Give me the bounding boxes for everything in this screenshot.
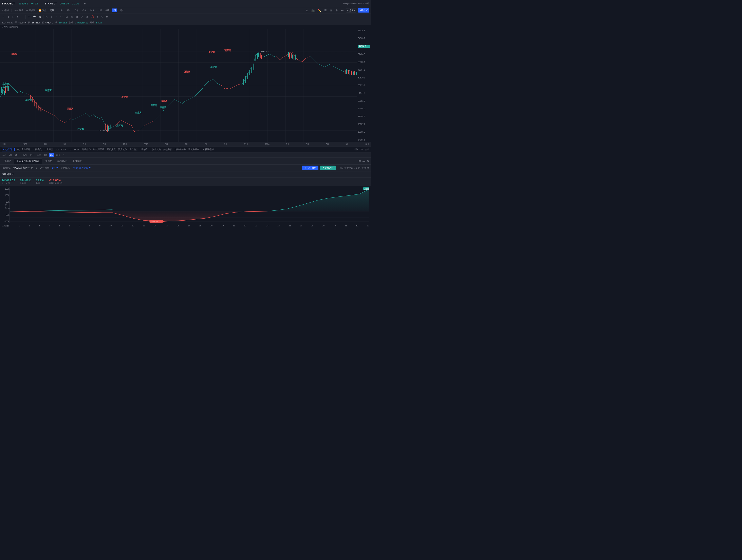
edit-icon[interactable]: ✏️ [317,8,322,12]
cursor-tool[interactable]: ⊙ [2,15,5,19]
bt-t21: 21 [233,225,235,227]
filter-tool[interactable]: ▽ [100,15,104,19]
main-chart[interactable]: 73787.1 ← 顶背离 底背离底背离 底背离 底背离 顶背离 底背离 顶背离… [0,29,371,142]
settings-icon[interactable]: ⚙ [335,8,339,12]
close-panel-btn[interactable]: ✕ [367,160,369,163]
period2-5m[interactable]: 5分 [8,153,13,157]
more-tools[interactable]: ··· [20,15,24,19]
add-symbol-btn[interactable]: + [84,2,86,5]
pencil-tool[interactable]: ✎ [45,15,49,19]
period-1d[interactable]: 1日 [112,8,117,12]
ind-td[interactable]: TD [68,149,71,151]
fibonacci-tool[interactable]: ◎ [65,15,68,19]
btc-symbol[interactable]: BTC/USDT [2,2,15,5]
ind-period-select[interactable]: 1天 ▼ [52,166,58,169]
ind-ma[interactable]: MA [55,149,59,151]
locate-btn[interactable]: ⊕ 定位到... [2,148,14,152]
analysis-btn[interactable]: ≡ 分析 ▾ [346,8,357,12]
ind-spot-basis[interactable]: 现货基差率 [188,148,199,151]
bt-t33: 33 [367,225,369,227]
strat-tab-ai-analysis[interactable]: 小AI分析 [70,159,84,164]
period-5m[interactable]: 5分 [65,8,71,12]
period-4h[interactable]: 4时 [105,8,110,12]
more-icon[interactable]: ⊞ [329,8,333,12]
kline-analysis-btn[interactable]: K线分析 [358,8,369,12]
period2-week[interactable]: 周K [55,153,61,157]
bt-t15: 15 [165,225,168,227]
period2-1m[interactable]: 1分 [2,153,7,157]
percent-toggle[interactable]: % [361,148,363,151]
strat-tab-ai-grid[interactable]: AI 网格 [42,159,55,164]
period2-hm[interactable]: 时分 [29,153,35,157]
template-icon[interactable]: ☰ [323,8,327,12]
ind-chip[interactable]: 筹码分布 [82,148,91,151]
line-tool[interactable]: ≡ [16,15,19,19]
win-rate-stat: 69.7% 胜率 [36,179,44,185]
eth-symbol[interactable]: ETH/USDT [45,2,57,5]
period-15m[interactable]: 15分 [72,8,79,12]
ind-ema[interactable]: EMA [61,149,66,151]
ind-boll[interactable]: BOLL [74,149,80,151]
expand-panel-btn[interactable]: ⊞ [359,160,361,163]
svg-rect-29 [2,89,3,94]
strat-tab-dca[interactable]: 现货DCA [55,159,69,164]
period-week[interactable]: 周K [119,8,124,12]
ind-buy-heat[interactable]: 买卖热度 [107,148,116,151]
period-45m[interactable]: 45分 [81,8,88,12]
plus-tool[interactable]: ⊕ [85,15,89,19]
ind-capital-flow[interactable]: 资金流向 [152,148,161,151]
text-tool[interactable]: ① [70,15,74,19]
ind-position-diff[interactable]: 持仓差值 [163,148,172,151]
replay-btn[interactable]: ⏪ 复盘 [38,8,47,12]
strat-tab-order[interactable]: 委单区 [2,159,14,164]
backtest-toggle[interactable]: 策略回测 ∨ [2,173,14,176]
ind-full-depth[interactable]: 全量深度 [44,148,53,151]
auto-toggle[interactable]: 自动 [365,148,369,151]
multi-window-btn[interactable]: ⊞ 图多窗 [25,8,36,12]
log-toggle[interactable]: 对数 [354,148,358,151]
pro-backtest-btn[interactable]: ☆ 专业回测 [302,166,318,170]
period2-1h[interactable]: 1时 [37,153,42,157]
strat-tab-custom[interactable]: 自定义指标/回测/实盘 [14,159,42,164]
arrow-tool[interactable]: ▽ [80,15,84,19]
ind-community[interactable]: ⊕ 社区指标 [203,148,214,151]
ban-tool[interactable]: 🚫 [90,15,95,19]
interval-2s[interactable]: 2s [305,9,309,12]
trash-tool[interactable]: 🗑 [105,15,109,19]
star-icon[interactable]: ⋯ [340,8,344,12]
period-1m[interactable]: 1分 [58,8,64,12]
ind-index-basis[interactable]: 指数基差率 [175,148,186,151]
period-hm[interactable]: 时分 [89,8,96,12]
crosshair-tool[interactable]: ✛ [7,15,10,19]
rect-tool[interactable]: □ [12,15,15,19]
wave-tool[interactable]: 〜 [59,15,63,19]
bt-t32: 32 [356,225,358,227]
ind-buy-count[interactable]: 买卖笔数 [118,148,127,151]
bt-t26: 26 [289,225,291,227]
period2-4h[interactable]: 4时 [43,153,48,157]
period2-15m[interactable]: 15分 [14,153,20,157]
period2-45m[interactable]: 45分 [22,153,28,157]
ind-main-track[interactable]: 主力大单跟踪 [17,148,30,151]
star-tool[interactable]: ✦ [54,15,58,19]
ind-support[interactable]: 智能撑压线 [93,148,104,151]
ind-capital-div[interactable]: 资金背离 [129,148,138,151]
screenshot-icon[interactable]: 📷 [311,8,315,12]
info-icon[interactable]: ⓘ [60,182,62,184]
minimize-panel-btn[interactable]: — [363,160,365,163]
ind-liquidation[interactable]: 爆仓统计 [141,148,150,151]
period-1h[interactable]: 1时 [98,8,103,12]
cross-tool[interactable]: ⊗ [75,15,79,19]
live-run-btn[interactable]: ≡ 实盘运行 [320,166,336,170]
ind-mode-select[interactable]: 按代码编写逻辑 ▼ [72,166,91,169]
updown-tool[interactable]: ↕ [96,15,99,19]
excess-return-value: -818.86% [49,179,62,182]
ind-large-trade[interactable]: 大额成交 [33,148,42,151]
ind-name-display[interactable]: MACD背离信号 ☆ [13,166,33,170]
period2-close[interactable]: ✕ [62,154,65,157]
ind-settings-icon[interactable]: ⚙ [35,167,38,169]
circle-tool[interactable]: ○ [50,15,53,19]
period2-1d[interactable]: 1日 [49,153,54,157]
highlight-btn[interactable]: ⊙ 白高级 [13,8,24,12]
indicator-btn[interactable]: □ 指标 [2,8,10,12]
